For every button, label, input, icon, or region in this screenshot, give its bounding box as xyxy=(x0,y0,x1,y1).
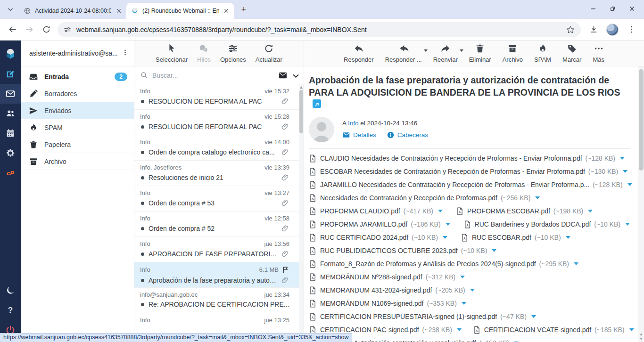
dropdown-caret-icon[interactable] xyxy=(460,49,463,52)
browser-tab[interactable]: (2) Roundcube Webmail :: Envia xyxy=(126,3,234,19)
appbar-contacts-icon[interactable] xyxy=(0,104,21,123)
folder-item-archivo[interactable]: Archivo xyxy=(21,153,134,170)
message-row[interactable]: Infovie 15:32RESOLUCION DE REFORMA AL PA… xyxy=(134,84,304,110)
attachment-menu-caret-icon[interactable] xyxy=(460,276,465,278)
message-row[interactable]: Info, Josefloresvie 13:39Resoluciones de… xyxy=(134,161,304,186)
attachment-item[interactable]: PROFORMA JARAMILLO.pdf(~186 KB) xyxy=(309,220,450,229)
mail-action-detalles[interactable]: Detalles xyxy=(342,131,376,139)
dropdown-caret-icon[interactable] xyxy=(424,49,428,52)
account-menu-kebab-icon[interactable] xyxy=(120,49,130,58)
attachment-menu-caret-icon[interactable] xyxy=(457,328,462,331)
forward-icon[interactable] xyxy=(22,22,37,37)
attachment-item[interactable]: Formato_8_Razón de Proformas y Análisis … xyxy=(309,260,578,269)
attachment-item[interactable]: RUC Banderines y Bordados DDCA.pdf(~10 K… xyxy=(463,220,630,229)
toolbar-button-fire-icon[interactable]: SPAM xyxy=(534,43,551,63)
message-row[interactable]: Infojue 13:56APROBACION DE FASE PREPARAT… xyxy=(134,237,304,262)
browser-tab[interactable]: Actividad 2024-10-24 08:00:00 xyxy=(19,3,126,19)
message-row[interactable]: Infovie 12:58Orden de compra # 52 xyxy=(134,212,304,237)
folder-item-papelera[interactable]: Papelera xyxy=(21,136,134,153)
toolbar-button-cursor-icon[interactable]: Seleccionar xyxy=(156,43,188,63)
attachment-menu-caret-icon[interactable] xyxy=(446,223,450,226)
appbar-roundcube-logo[interactable] xyxy=(0,44,21,64)
toolbar-button-archive-icon[interactable]: Archivo xyxy=(503,43,523,63)
attachment-item[interactable]: JARAMILLO Necesidades de Contratación y … xyxy=(309,180,632,189)
toolbar-button-options-icon[interactable]: Opciones xyxy=(220,43,246,63)
message-row[interactable]: Infovie 13:27Orden de compra # 53 xyxy=(134,186,304,212)
bookmark-star-icon[interactable] xyxy=(566,25,575,34)
appbar-dark-mode-moon-icon[interactable] xyxy=(0,281,21,301)
message-row[interactable]: Info6.1 MBAprobación de la fase preparat… xyxy=(134,262,304,288)
tab-search-button[interactable] xyxy=(5,4,16,15)
appbar-settings-gear-icon[interactable] xyxy=(0,143,21,163)
attachment-menu-caret-icon[interactable] xyxy=(531,315,536,318)
toolbar-button-reply-icon[interactable]: Responder xyxy=(344,43,374,63)
attachment-menu-caret-icon[interactable] xyxy=(566,236,570,239)
message-row[interactable]: Infovie 15:28RESOLUCION DE REFORMA AL PA… xyxy=(134,110,304,135)
folder-item-entrada[interactable]: Entrada2 xyxy=(21,68,134,85)
attachment-menu-caret-icon[interactable] xyxy=(574,262,578,265)
attachment-item[interactable]: RUC CERTIFICADO 2024.pdf(~10 KB) xyxy=(309,233,447,242)
attachment-item[interactable]: CERTIFICACION PRESUPUESTARIA-signed (1)-… xyxy=(309,312,536,321)
appbar-help-icon[interactable]: ? xyxy=(0,301,21,320)
restore-icon[interactable] xyxy=(609,5,616,14)
appbar-mail-icon[interactable] xyxy=(0,84,21,104)
reload-icon[interactable] xyxy=(39,22,54,37)
attachment-menu-caret-icon[interactable] xyxy=(438,210,443,212)
search-bar[interactable]: Buscar... xyxy=(134,66,304,84)
toolbar-button-refresh-icon[interactable]: Actualizar xyxy=(256,43,282,63)
back-icon[interactable] xyxy=(5,22,20,37)
open-in-new-window-icon[interactable] xyxy=(313,99,321,108)
attachment-item[interactable]: MEMORÁNDUM Nº288-signed.pdf(~312 KB) xyxy=(309,273,465,282)
attachment-menu-caret-icon[interactable] xyxy=(620,157,625,160)
attachment-menu-caret-icon[interactable] xyxy=(627,183,632,186)
attachment-item[interactable]: RUC ESCOBAR.pdf(~10 KB) xyxy=(461,233,570,242)
toolbar-button-reply-all-icon[interactable]: Responder ... xyxy=(385,43,422,63)
toolbar-button-forward-icon[interactable]: Reenviar xyxy=(433,43,458,63)
attachment-item[interactable]: ESCOBAR Necesidades de Contratación y Re… xyxy=(309,167,627,176)
list-scrollbar[interactable] xyxy=(299,84,304,342)
appbar-compose-icon[interactable] xyxy=(0,64,21,84)
attachment-item[interactable]: MEMORANDUM 431-2024-signed.pdf(~205 KB) xyxy=(309,286,475,295)
attachment-item[interactable]: CERTIFICACION VCATE-signed.pdf(~185 KB) xyxy=(473,326,632,334)
attachment-item[interactable]: Necesidades de Contratación y Recepción … xyxy=(309,194,540,203)
attachment-menu-caret-icon[interactable] xyxy=(443,236,447,239)
reading-scrollbar[interactable] xyxy=(638,66,644,342)
search-scope-mail-icon[interactable] xyxy=(278,71,288,80)
attachment-menu-caret-icon[interactable] xyxy=(625,223,630,226)
browser-menu-kebab-icon[interactable] xyxy=(625,22,637,37)
folder-item-borradores[interactable]: Borradores xyxy=(21,85,134,102)
minimize-icon[interactable] xyxy=(590,5,597,14)
toolbar-button-trash-icon[interactable]: Eliminar xyxy=(469,43,491,63)
message-row[interactable]: info@sanjuan.gob.ecjue 13:34Re: APROBACI… xyxy=(134,288,304,313)
close-icon[interactable] xyxy=(628,5,636,14)
address-bar[interactable]: webmail.sanjuan.gob.ec/cpsess4163570888/… xyxy=(58,22,581,37)
tab-close-icon[interactable] xyxy=(115,7,123,15)
attachment-menu-caret-icon[interactable] xyxy=(623,170,627,173)
attachment-menu-caret-icon[interactable] xyxy=(535,196,540,199)
attachment-menu-caret-icon[interactable] xyxy=(492,249,496,252)
attachment-menu-caret-icon[interactable] xyxy=(629,328,634,331)
toolbar-button-more-dots-icon[interactable]: Más xyxy=(593,43,604,63)
search-input[interactable]: Buscar... xyxy=(152,72,274,79)
attachment-item[interactable]: RUC PUBLIDIDACTICOS OCTUBRE 2023.pdf(~10… xyxy=(309,246,496,255)
mail-action-cabeceras[interactable]: Cabeceras xyxy=(387,131,428,139)
attachment-item[interactable]: PROFORMA CLAUDIO.pdf(~417 KB) xyxy=(309,207,443,216)
tab-close-icon[interactable] xyxy=(223,7,230,15)
recipient-link[interactable]: Info xyxy=(348,120,359,127)
toolbar-button-tag-icon[interactable]: Marcar xyxy=(562,43,581,63)
folder-item-enviados[interactable]: Enviados xyxy=(21,102,134,119)
attachment-menu-caret-icon[interactable] xyxy=(462,302,466,305)
attachment-menu-caret-icon[interactable] xyxy=(470,289,475,292)
appbar-calendar-icon[interactable] xyxy=(0,123,21,143)
attachment-item[interactable]: MEMORÁNDUM N1069-signed.pdf(~353 KB) xyxy=(309,299,466,308)
appbar-cpanel-icon[interactable]: cP xyxy=(0,163,21,183)
search-options-chevron-icon[interactable] xyxy=(292,72,298,78)
message-row[interactable]: Infovie 14:00Orden de compra catalogo el… xyxy=(134,135,304,161)
attachment-menu-caret-icon[interactable] xyxy=(588,210,593,212)
site-info-icon[interactable] xyxy=(63,25,72,34)
folder-item-spam[interactable]: SPAM xyxy=(21,119,134,136)
url-text[interactable]: webmail.sanjuan.gob.ec/cpsess4163570888/… xyxy=(76,26,561,33)
browser-profile-avatar[interactable] xyxy=(606,24,619,36)
downloads-icon[interactable] xyxy=(587,22,600,37)
attachment-item[interactable]: PROFORMA ESCOBAR.pdf(~198 KB) xyxy=(456,207,593,216)
